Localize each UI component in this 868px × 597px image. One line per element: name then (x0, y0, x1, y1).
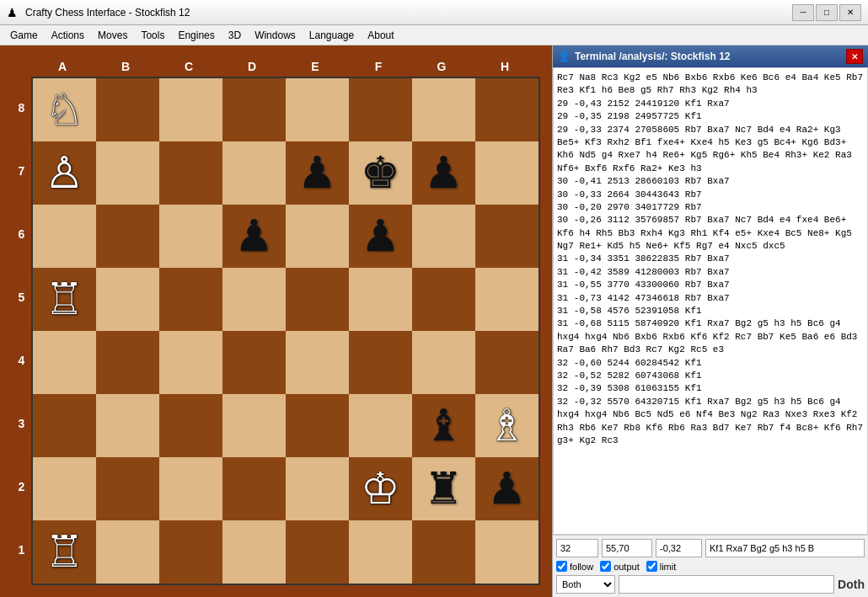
cell-h3[interactable]: ♗ (475, 394, 538, 457)
piece-a8[interactable]: ♘ (45, 88, 84, 131)
cell-b3[interactable] (96, 394, 159, 457)
cell-f7[interactable]: ♚ (349, 141, 412, 205)
cell-a8[interactable]: ♘ (33, 78, 96, 141)
cell-d6[interactable]: ♟ (222, 205, 286, 268)
cell-c7[interactable] (159, 141, 222, 205)
cell-d1[interactable] (222, 520, 286, 584)
minimize-button[interactable]: ─ (792, 4, 814, 21)
cell-h5[interactable] (475, 268, 538, 331)
cell-a1[interactable]: ♖ (33, 520, 96, 584)
cell-h8[interactable] (475, 78, 538, 141)
cell-c2[interactable] (159, 457, 222, 520)
cell-e8[interactable] (286, 78, 349, 141)
cell-d4[interactable] (222, 331, 286, 394)
piece-g7[interactable]: ♟ (424, 151, 463, 195)
cell-b2[interactable] (96, 457, 159, 520)
cell-h2[interactable]: ♟ (475, 457, 538, 520)
piece-f2[interactable]: ♔ (361, 466, 400, 510)
piece-g2[interactable]: ♜ (424, 466, 463, 510)
cell-g3[interactable]: ♝ (412, 394, 475, 457)
moves-input[interactable] (705, 539, 865, 557)
menu-item-moves[interactable]: Moves (91, 28, 134, 43)
cell-b7[interactable] (96, 141, 159, 205)
menu-item-language[interactable]: Language (303, 28, 361, 43)
close-button[interactable]: ✕ (839, 4, 861, 21)
cell-b5[interactable] (96, 268, 159, 331)
piece-h2[interactable]: ♟ (487, 466, 527, 510)
side-select[interactable]: Both White Black (556, 575, 615, 594)
menu-item-engines[interactable]: Engines (171, 28, 221, 43)
menu-item-about[interactable]: About (361, 28, 400, 43)
cell-d8[interactable] (222, 78, 286, 141)
cell-g2[interactable]: ♜ (412, 457, 475, 520)
terminal-content[interactable]: Rc7 Na8 Rc3 Kg2 e5 Nb6 Bxb6 Rxb6 Ke6 Bc6… (553, 67, 868, 535)
cell-f4[interactable] (349, 331, 412, 394)
menu-item-windows[interactable]: Windows (248, 28, 303, 43)
cell-c4[interactable] (159, 331, 222, 394)
terminal-close-button[interactable]: ✕ (846, 49, 863, 64)
output-checkbox-label[interactable]: output (600, 561, 640, 572)
cell-e2[interactable] (286, 457, 349, 520)
cell-h6[interactable] (475, 205, 538, 268)
cell-h7[interactable] (475, 141, 538, 205)
piece-g3[interactable]: ♝ (424, 403, 463, 447)
cell-a4[interactable] (33, 331, 96, 394)
limit-checkbox-label[interactable]: limit (646, 561, 677, 572)
piece-a5[interactable]: ♖ (45, 277, 84, 321)
cell-c8[interactable] (159, 78, 222, 141)
menu-item-game[interactable]: Game (3, 28, 45, 43)
cell-g7[interactable]: ♟ (412, 141, 475, 205)
cell-a6[interactable] (33, 205, 96, 268)
cell-b1[interactable] (96, 520, 159, 584)
cell-f5[interactable] (349, 268, 412, 331)
cell-g8[interactable] (412, 78, 475, 141)
cell-d2[interactable] (222, 457, 286, 520)
cell-e1[interactable] (286, 520, 349, 584)
maximize-button[interactable]: □ (816, 4, 838, 21)
cell-e4[interactable] (286, 331, 349, 394)
cell-e6[interactable] (286, 205, 349, 268)
cell-h1[interactable] (475, 520, 538, 584)
cell-f8[interactable] (349, 78, 412, 141)
cell-d5[interactable] (222, 268, 286, 331)
cell-a5[interactable]: ♖ (33, 268, 96, 331)
piece-f6[interactable]: ♟ (361, 214, 400, 258)
cell-a7[interactable]: ♙ (33, 141, 96, 205)
cell-a2[interactable] (33, 457, 96, 520)
piece-d6[interactable]: ♟ (234, 214, 274, 258)
menu-item-3d[interactable]: 3D (222, 28, 248, 43)
cell-g4[interactable] (412, 331, 475, 394)
menu-item-actions[interactable]: Actions (45, 28, 91, 43)
cell-g5[interactable] (412, 268, 475, 331)
cell-b4[interactable] (96, 331, 159, 394)
follow-checkbox-label[interactable]: follow (556, 561, 593, 572)
cell-b8[interactable] (96, 78, 159, 141)
piece-f7[interactable]: ♚ (361, 151, 400, 195)
cell-f3[interactable] (349, 394, 412, 457)
cell-d3[interactable] (222, 394, 286, 457)
cell-e3[interactable] (286, 394, 349, 457)
depth-input[interactable] (556, 539, 598, 557)
cell-a3[interactable] (33, 394, 96, 457)
chess-board[interactable]: ♘♙♟♚♟♟♟♖♝♗♔♜♟♖ (31, 77, 540, 585)
cell-d7[interactable] (222, 141, 286, 205)
cell-c3[interactable] (159, 394, 222, 457)
score-input[interactable] (602, 539, 652, 557)
cell-c6[interactable] (159, 205, 222, 268)
cell-c1[interactable] (159, 520, 222, 584)
piece-h3[interactable]: ♗ (487, 403, 527, 447)
cell-b6[interactable] (96, 205, 159, 268)
cell-f6[interactable]: ♟ (349, 205, 412, 268)
limit-checkbox[interactable] (646, 561, 657, 572)
cell-f1[interactable] (349, 520, 412, 584)
piece-a7[interactable]: ♙ (45, 151, 84, 195)
eval-input[interactable] (656, 539, 702, 557)
cell-e7[interactable]: ♟ (286, 141, 349, 205)
command-input[interactable] (619, 575, 834, 594)
output-checkbox[interactable] (600, 561, 611, 572)
menu-item-tools[interactable]: Tools (134, 28, 171, 43)
cell-f2[interactable]: ♔ (349, 457, 412, 520)
piece-a1[interactable]: ♖ (45, 530, 84, 573)
follow-checkbox[interactable] (556, 561, 567, 572)
cell-h4[interactable] (475, 331, 538, 394)
